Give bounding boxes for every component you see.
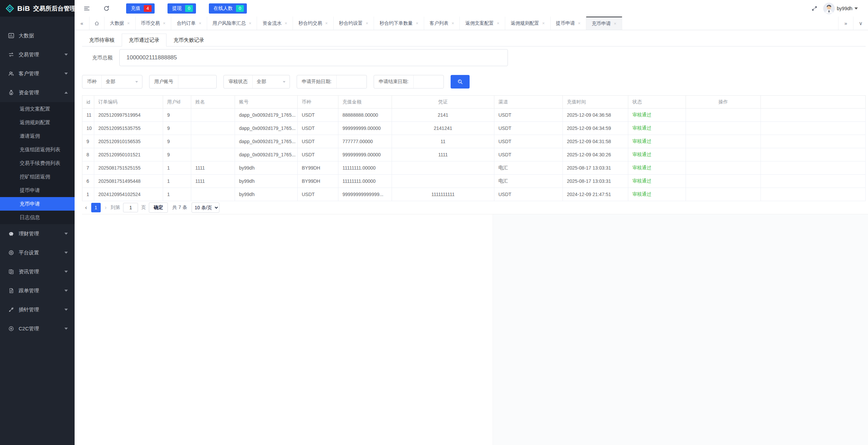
page-size-select[interactable]: 10 条/页: [192, 202, 219, 213]
goto-page-input[interactable]: [123, 203, 138, 212]
start-date-filter: 申请开始日期:: [297, 75, 367, 89]
open-tab-label: 秒合约下单数量: [379, 20, 413, 26]
money-bag-icon: [8, 90, 14, 96]
open-tab[interactable]: 提币申请 ×: [551, 17, 587, 30]
cell-order-no: 2025120950101521: [94, 148, 163, 161]
column-header: [761, 96, 866, 108]
sidebar-item-funds-mgmt[interactable]: 资金管理: [0, 83, 75, 102]
submenu-item-deposit-apply[interactable]: 充币申请: [0, 197, 75, 211]
status-badge: 审核通过: [632, 165, 651, 171]
sidebar-collapse-icon[interactable]: [83, 5, 90, 12]
submenu-item-rebate-rules[interactable]: 返佣规则配置: [0, 116, 75, 129]
submenu-item-invite-rebate[interactable]: 邀请返佣: [0, 129, 75, 143]
search-button[interactable]: [451, 75, 470, 89]
confirm-button[interactable]: 确定: [149, 202, 168, 213]
account-input[interactable]: [178, 79, 216, 84]
cell-amount: 11111111.00000: [338, 161, 392, 174]
cell-action: [686, 188, 761, 201]
sidebar-item-customer-mgmt[interactable]: 客户管理: [0, 64, 75, 83]
sidebar-item-c2c-mgmt[interactable]: C2C管理: [0, 319, 75, 338]
submenu-item-recharge-team-rebate[interactable]: 充值组团返佣列表: [0, 143, 75, 156]
coin-select[interactable]: 全部: [101, 75, 142, 88]
open-tab[interactable]: 资金流水 ×: [257, 17, 293, 30]
sidebar-item-bigdata[interactable]: 大数据: [0, 26, 75, 45]
withdraw-button[interactable]: 提现 0: [167, 3, 196, 14]
sidebar-item-platform-settings[interactable]: 平台设置: [0, 243, 75, 262]
cell-action: [686, 122, 761, 135]
coin-icon: [8, 326, 14, 332]
close-tab-icon[interactable]: ×: [578, 21, 581, 26]
open-tab[interactable]: 币币交易 ×: [136, 17, 172, 30]
sidebar-label: 跟单管理: [19, 288, 39, 294]
end-date-input[interactable]: [414, 79, 443, 84]
submenu-item-withdraw-apply[interactable]: 提币申请: [0, 183, 75, 197]
tab-deposit-approved[interactable]: 充币通过记录: [122, 34, 166, 46]
recharge-button[interactable]: 充值 4: [126, 3, 155, 14]
table-row: 11 2025120997519954 9 dapp_0x0092d179_17…: [82, 109, 866, 122]
card-bottom-divider: [82, 214, 868, 214]
submenu-item-rebate-copy[interactable]: 返佣文案配置: [0, 102, 75, 116]
cell-account: by99dh: [235, 175, 298, 188]
audit-status-select[interactable]: 全部: [252, 75, 290, 88]
open-tab[interactable]: 秒合约交易 ×: [293, 17, 334, 30]
close-tab-icon[interactable]: ×: [614, 21, 616, 26]
status-badge: 审核通过: [632, 152, 651, 158]
home-tab-icon[interactable]: [90, 17, 104, 30]
close-tab-icon[interactable]: ×: [284, 21, 287, 26]
sidebar-item-finance-mgmt[interactable]: 理财管理: [0, 224, 75, 243]
start-date-input[interactable]: [337, 79, 367, 84]
cell-user-id: 1: [163, 188, 191, 201]
tabs-menu-icon[interactable]: ∨: [853, 17, 868, 30]
cell-channel: USDT: [494, 135, 563, 148]
close-tab-icon[interactable]: ×: [249, 21, 252, 26]
page-number-button[interactable]: 1: [91, 203, 101, 212]
close-tab-icon[interactable]: ×: [497, 21, 499, 26]
deposit-total-input[interactable]: [119, 49, 508, 66]
chevron-down-icon: [64, 233, 68, 235]
close-tab-icon[interactable]: ×: [325, 21, 328, 26]
open-tab[interactable]: 秒合约设置 ×: [334, 17, 374, 30]
cell-channel: USDT: [494, 109, 563, 121]
table-body: 11 2025120997519954 9 dapp_0x0092d179_17…: [82, 109, 866, 201]
open-tab[interactable]: 用户风险率汇总 ×: [207, 17, 257, 30]
cell-time: 2025-12-09 04:31:58: [563, 135, 628, 148]
status-badge: 审核通过: [632, 138, 651, 144]
user-menu[interactable]: by99dh: [823, 3, 858, 14]
cell-extra: [761, 148, 866, 161]
open-tab[interactable]: 客户列表 ×: [424, 17, 460, 30]
close-tab-icon[interactable]: ×: [542, 21, 545, 26]
tabs-scroll-right-icon[interactable]: »: [838, 17, 853, 30]
tab-deposit-failed[interactable]: 充币失败记录: [166, 34, 211, 46]
sidebar-item-copytrade-mgmt[interactable]: 跟单管理: [0, 281, 75, 300]
tabs-scroll-left-icon[interactable]: «: [75, 17, 90, 30]
cell-user-id: 1: [163, 175, 191, 188]
sidebar-item-news-mgmt[interactable]: 资讯管理: [0, 262, 75, 281]
tab-deposit-pending[interactable]: 充币待审核: [82, 34, 122, 46]
cell-time: 2025-12-09 04:30:26: [563, 148, 628, 161]
submenu-item-log-info[interactable]: 日志信息: [0, 211, 75, 224]
open-tab[interactable]: 返佣文案配置 ×: [460, 17, 505, 30]
submenu-item-mining-team-rebate[interactable]: 挖矿组团返佣: [0, 170, 75, 183]
prev-page-icon[interactable]: ‹: [84, 204, 88, 211]
open-tab[interactable]: 合约订单 ×: [171, 17, 207, 30]
close-tab-icon[interactable]: ×: [452, 21, 454, 26]
online-users-button[interactable]: 在线人数 0: [209, 3, 247, 14]
sidebar-item-pin-mgmt[interactable]: 插针管理: [0, 300, 75, 319]
open-tab[interactable]: 秒合约下单数量 ×: [374, 17, 424, 30]
close-tab-icon[interactable]: ×: [127, 21, 130, 26]
open-tab[interactable]: 返佣规则配置 ×: [505, 17, 551, 30]
submenu-item-fee-commission[interactable]: 交易手续费佣列表: [0, 156, 75, 170]
close-tab-icon[interactable]: ×: [416, 21, 418, 26]
refresh-icon[interactable]: [103, 5, 110, 12]
sidebar-item-trade-mgmt[interactable]: 交易管理: [0, 45, 75, 64]
close-tab-icon[interactable]: ×: [199, 21, 201, 26]
open-tab[interactable]: 大数据 ×: [104, 17, 136, 30]
cell-amount: 999999999.00000: [338, 122, 392, 135]
next-page-icon[interactable]: ›: [104, 204, 108, 211]
pagination: ‹ 1 › 到第 页 确定 共 7 条 10 条/页: [82, 201, 866, 214]
close-tab-icon[interactable]: ×: [366, 21, 369, 26]
open-tab[interactable]: 充币申请 ×: [586, 17, 622, 30]
fullscreen-icon[interactable]: [811, 5, 818, 12]
cell-id: 8: [82, 148, 94, 161]
close-tab-icon[interactable]: ×: [163, 21, 166, 26]
